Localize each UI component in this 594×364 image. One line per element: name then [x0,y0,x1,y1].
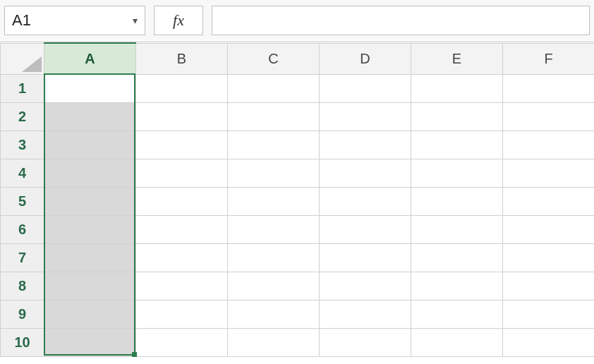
cell-E5[interactable] [411,187,503,215]
cell-C10[interactable] [228,328,320,356]
chevron-down-icon[interactable]: ▾ [133,15,138,26]
cell-E4[interactable] [411,159,503,187]
column-header-F[interactable]: F [503,43,595,74]
cell-F9[interactable] [503,300,595,328]
row: 2 [1,102,595,131]
cell-A3[interactable] [44,131,136,159]
cell-B4[interactable] [136,159,228,187]
cell-E3[interactable] [411,131,503,159]
cell-D1[interactable] [320,74,411,102]
formula-input-container[interactable] [212,6,590,35]
cell-E10[interactable] [411,328,503,356]
cell-C2[interactable] [228,102,320,131]
cell-F8[interactable] [503,272,595,300]
cell-B3[interactable] [136,131,228,159]
grid-body[interactable]: 1 2 3 [1,74,595,356]
cell-D4[interactable] [320,159,411,187]
column-header-A[interactable]: A [44,43,136,74]
column-header-C[interactable]: C [228,43,320,74]
grid-table[interactable]: A B C D E F 1 2 [0,42,594,357]
cell-C1[interactable] [228,74,320,102]
cell-F1[interactable] [503,74,595,102]
cell-C7[interactable] [228,243,320,272]
cell-E1[interactable] [411,74,503,102]
cell-F5[interactable] [503,187,595,215]
cell-D5[interactable] [320,187,411,215]
row-header-2[interactable]: 2 [1,102,44,131]
cell-A1[interactable] [44,74,136,102]
row: 9 [1,300,595,328]
cell-A4[interactable] [44,159,136,187]
cell-F10[interactable] [503,328,595,356]
cell-E7[interactable] [411,243,503,272]
row: 5 [1,187,595,215]
cell-B10[interactable] [136,328,228,356]
fx-label: fx [173,11,184,30]
cell-F4[interactable] [503,159,595,187]
cell-B8[interactable] [136,272,228,300]
cell-D6[interactable] [320,215,411,243]
row-header-5[interactable]: 5 [1,187,44,215]
cell-E6[interactable] [411,215,503,243]
row-header-10[interactable]: 10 [1,328,44,356]
row-header-9[interactable]: 9 [1,300,44,328]
cell-A8[interactable] [44,272,136,300]
row: 1 [1,74,595,102]
cell-E2[interactable] [411,102,503,131]
row-header-3[interactable]: 3 [1,131,44,159]
row: 10 [1,328,595,356]
cell-C3[interactable] [228,131,320,159]
cell-E8[interactable] [411,272,503,300]
formula-input[interactable] [219,6,582,35]
cell-A10[interactable] [44,328,136,356]
cell-D7[interactable] [320,243,411,272]
cell-D9[interactable] [320,300,411,328]
row: 4 [1,159,595,187]
row-header-6[interactable]: 6 [1,215,44,243]
name-box[interactable]: ▾ [4,6,145,35]
cell-C8[interactable] [228,272,320,300]
row-header-7[interactable]: 7 [1,243,44,272]
cell-C6[interactable] [228,215,320,243]
cell-A9[interactable] [44,300,136,328]
cell-C5[interactable] [228,187,320,215]
cell-A5[interactable] [44,187,136,215]
cell-D10[interactable] [320,328,411,356]
cell-B1[interactable] [136,74,228,102]
cell-F2[interactable] [503,102,595,131]
cell-B5[interactable] [136,187,228,215]
column-header-E[interactable]: E [411,43,503,74]
row-header-8[interactable]: 8 [1,272,44,300]
row: 7 [1,243,595,272]
name-box-input[interactable] [12,11,133,30]
cell-A6[interactable] [44,215,136,243]
cell-A7[interactable] [44,243,136,272]
cell-B6[interactable] [136,215,228,243]
row-header-1[interactable]: 1 [1,74,44,102]
cell-C9[interactable] [228,300,320,328]
spreadsheet-grid[interactable]: A B C D E F 1 2 [0,42,594,364]
column-header-B[interactable]: B [136,43,228,74]
cell-E9[interactable] [411,300,503,328]
cell-F3[interactable] [503,131,595,159]
column-header-D[interactable]: D [320,43,411,74]
cell-B7[interactable] [136,243,228,272]
cell-D2[interactable] [320,102,411,131]
cell-A2[interactable] [44,102,136,131]
cell-B2[interactable] [136,102,228,131]
row-header-4[interactable]: 4 [1,159,44,187]
cell-D8[interactable] [320,272,411,300]
cell-F6[interactable] [503,215,595,243]
cell-C4[interactable] [228,159,320,187]
select-all-corner[interactable] [1,43,44,74]
row: 8 [1,272,595,300]
column-header-row: A B C D E F [1,43,595,74]
cell-D3[interactable] [320,131,411,159]
cell-F7[interactable] [503,243,595,272]
row: 6 [1,215,595,243]
formula-bar: ▾ fx [0,0,594,42]
cell-B9[interactable] [136,300,228,328]
row: 3 [1,131,595,159]
fx-button[interactable]: fx [154,6,203,35]
